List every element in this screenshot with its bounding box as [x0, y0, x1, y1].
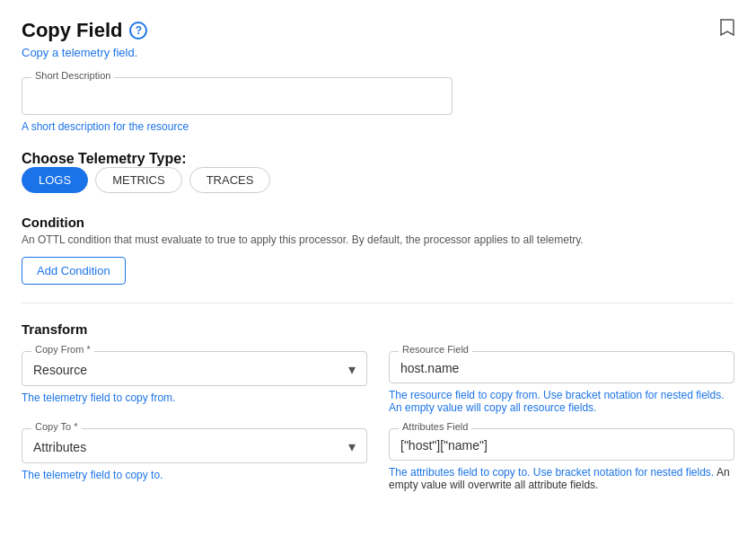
telemetry-traces-button[interactable]: TRACES — [189, 167, 271, 193]
attributes-field-column: Attributes Field The attributes field to… — [389, 428, 734, 491]
resource-field-label: Resource Field — [399, 344, 472, 355]
condition-description: An OTTL condition that must evaluate to … — [22, 233, 596, 246]
copy-to-hint-text: The telemetry field to copy to. — [22, 469, 163, 481]
resource-field-column: Resource Field The resource field to cop… — [389, 351, 734, 414]
resource-field-hint-prefix: The resource field to copy from. — [389, 389, 541, 401]
resource-field-hint: The resource field to copy from. Use bra… — [389, 389, 734, 414]
attributes-field-hint: The attributes field to copy to. Use bra… — [389, 466, 734, 491]
condition-title: Condition — [22, 215, 734, 230]
copy-from-dropdown-icon[interactable]: ▾ — [348, 361, 356, 378]
resource-field: Resource Field — [389, 351, 734, 383]
copy-from-hint-text: The telemetry field to copy from. — [22, 391, 175, 404]
copy-to-hint: The telemetry field to copy to. — [22, 469, 367, 481]
resource-field-input[interactable] — [400, 361, 723, 375]
title-group: Copy Field ? — [22, 19, 147, 42]
copy-to-column: Copy To * Attributes ▾ The telemetry fie… — [22, 428, 367, 491]
attributes-field-label: Attributes Field — [399, 421, 471, 432]
transform-grid: Copy From * Resource ▾ The telemetry fie… — [22, 351, 734, 491]
telemetry-label: Choose Telemetry Type: — [22, 151, 186, 166]
transform-title: Transform — [22, 321, 734, 337]
copy-to-field: Copy To * Attributes ▾ — [22, 428, 367, 463]
copy-from-field: Copy From * Resource ▾ — [22, 351, 367, 386]
transform-section: Transform Copy From * Resource ▾ The tel… — [22, 321, 734, 491]
copy-to-dropdown-icon[interactable]: ▾ — [348, 438, 356, 455]
short-description-field: Short Description — [22, 77, 453, 115]
condition-section: Condition An OTTL condition that must ev… — [22, 215, 734, 285]
copy-to-value: Attributes — [33, 440, 86, 454]
copy-from-inner: Resource ▾ — [33, 361, 356, 378]
attributes-hint-colored: Use bracket notation for nested fields. — [530, 466, 714, 479]
add-condition-button[interactable]: Add Condition — [22, 257, 126, 285]
page-title: Copy Field — [22, 19, 122, 42]
short-description-label: Short Description — [31, 70, 114, 81]
copy-from-label: Copy From * — [31, 344, 94, 355]
attributes-field-input[interactable] — [400, 438, 723, 453]
telemetry-buttons: LOGS METRICS TRACES — [22, 167, 734, 193]
divider — [22, 303, 734, 303]
copy-from-hint: The telemetry field to copy from. — [22, 391, 367, 404]
telemetry-metrics-button[interactable]: METRICS — [95, 167, 182, 193]
copy-to-label: Copy To * — [31, 421, 82, 432]
telemetry-section: Choose Telemetry Type: LOGS METRICS TRAC… — [22, 151, 734, 193]
bookmark-icon[interactable] — [718, 18, 734, 42]
telemetry-logs-button[interactable]: LOGS — [22, 167, 88, 193]
copy-to-inner: Attributes ▾ — [33, 438, 356, 455]
short-description-hint: A short description for the resource — [22, 120, 734, 133]
page-header: Copy Field ? — [22, 18, 734, 42]
short-description-input[interactable] — [33, 89, 441, 107]
attributes-field-inner — [400, 438, 723, 453]
attributes-hint-prefix: The attributes field to copy to. — [389, 466, 530, 479]
page-subtitle: Copy a telemetry field. — [22, 46, 734, 59]
resource-field-inner — [400, 361, 723, 375]
help-icon[interactable]: ? — [129, 22, 147, 40]
attributes-field: Attributes Field — [389, 428, 734, 461]
copy-from-column: Copy From * Resource ▾ The telemetry fie… — [22, 351, 367, 414]
copy-from-value: Resource — [33, 363, 87, 377]
